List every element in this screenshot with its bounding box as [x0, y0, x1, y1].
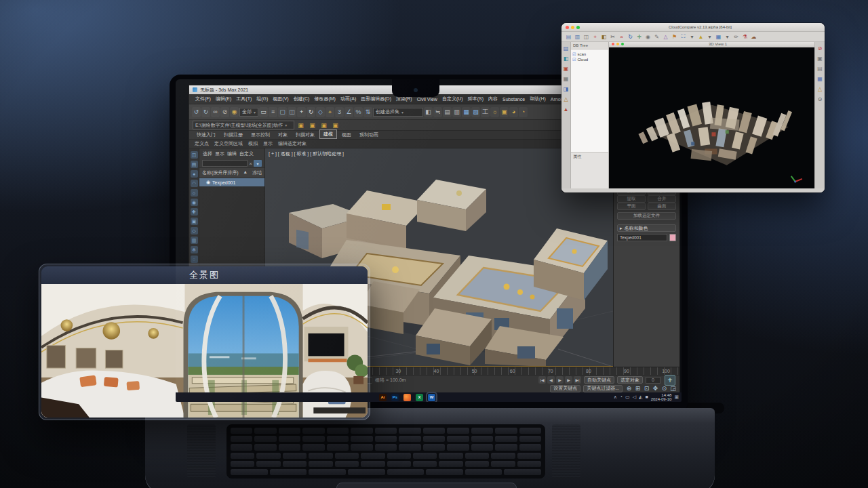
- explorer-hidden-icon[interactable]: ◌: [191, 256, 198, 263]
- search-options-dropdown[interactable]: ▾: [254, 160, 262, 167]
- views-icon[interactable]: ▤: [816, 65, 824, 73]
- merge-icon[interactable]: ◧: [600, 33, 608, 41]
- tray-folder-icon[interactable]: ▭: [625, 394, 630, 400]
- ribbon-tab[interactable]: 显示控制: [248, 131, 273, 139]
- select-by-name-icon[interactable]: ≡: [269, 107, 277, 117]
- raster-icon[interactable]: ▦: [715, 33, 722, 41]
- no-entry-icon[interactable]: ⊘: [816, 45, 824, 52]
- segment-icon[interactable]: ✎: [653, 33, 660, 41]
- minimize-button[interactable]: [571, 26, 574, 29]
- menu-item[interactable]: 帮助(H): [528, 96, 548, 102]
- command-button[interactable]: 合并: [648, 195, 676, 203]
- pencil-icon[interactable]: ✏: [732, 33, 740, 41]
- tray-chevron-icon[interactable]: ∧: [614, 394, 617, 400]
- timeline-tick[interactable]: 30: [395, 369, 401, 373]
- mesh-icon[interactable]: △: [562, 96, 570, 103]
- snapshot-icon[interactable]: ▦: [816, 75, 824, 83]
- timeline-tick[interactable]: 40: [434, 369, 439, 373]
- menu-item[interactable]: Substance: [500, 97, 527, 102]
- render-iterative-icon[interactable]: ◔: [519, 107, 528, 117]
- go-end-icon[interactable]: ▶|: [574, 376, 581, 384]
- current-frame-field[interactable]: 0: [646, 377, 660, 384]
- command-button[interactable]: 提取: [617, 195, 646, 203]
- ribbon-tool-button[interactable]: 定义空间区域: [214, 140, 243, 147]
- menu-item[interactable]: 自定义(U): [440, 96, 465, 102]
- select-object-icon[interactable]: ▭: [259, 107, 268, 117]
- normals-icon[interactable]: ▲: [562, 106, 570, 113]
- explorer-group-icon[interactable]: ▣: [191, 218, 198, 225]
- fit-icon[interactable]: △: [662, 33, 669, 41]
- tree-item[interactable]: ☑ Cloud: [572, 57, 607, 62]
- ribbon-tool-button[interactable]: 定义点: [195, 140, 209, 147]
- ribbon-toggle-icon[interactable]: ▥: [452, 107, 461, 117]
- scalar-icon[interactable]: ◨: [562, 85, 570, 93]
- db-tree-icon[interactable]: ▤: [562, 45, 570, 52]
- menu-item[interactable]: 图形编辑器(D): [359, 96, 393, 102]
- timeline-tick[interactable]: 60: [510, 369, 515, 373]
- render-frame-icon[interactable]: ▣: [500, 107, 509, 117]
- scan-tool-3-icon[interactable]: ▣: [319, 121, 328, 129]
- pivot-icon[interactable]: ⌖: [326, 107, 334, 117]
- explorer-header[interactable]: 名称(按升序排序) ▲ 冻结: [199, 167, 264, 178]
- ribbon-tab[interactable]: 扫描对象: [292, 131, 318, 139]
- rotate-icon[interactable]: ↻: [307, 107, 315, 117]
- rect-region-icon[interactable]: ▢: [278, 107, 287, 117]
- clone-icon[interactable]: ◫: [583, 33, 590, 41]
- clear-search-icon[interactable]: ×: [249, 161, 252, 167]
- explorer-tab[interactable]: 显示: [215, 150, 224, 157]
- spinner-snap-icon[interactable]: ⇅: [363, 107, 372, 117]
- open-icon[interactable]: ▤: [565, 33, 572, 41]
- prev-frame-icon[interactable]: ◀: [547, 376, 555, 384]
- taskbar-photoshop[interactable]: Ps: [391, 394, 399, 401]
- scan-tool-4-icon[interactable]: ▣: [331, 121, 340, 129]
- levels-icon[interactable]: ▲: [697, 33, 705, 41]
- viewport-label[interactable]: [ + ] [ 透视 ] [ 标准 ] [ 默认明暗处理 ]: [269, 150, 344, 157]
- close-button[interactable]: [612, 43, 614, 45]
- undo-icon[interactable]: ↺: [192, 107, 201, 117]
- layers-icon[interactable]: ▦: [562, 75, 570, 83]
- ribbon-tab[interactable]: 扫描注册: [220, 131, 246, 139]
- sample-icon[interactable]: ⚑: [671, 33, 678, 41]
- menu-item[interactable]: 动画(A): [338, 96, 358, 102]
- flask-icon[interactable]: ⚗: [741, 33, 749, 41]
- key-filters-button[interactable]: 关键点过滤器...: [583, 385, 623, 392]
- menu-item[interactable]: 脚本(S): [466, 96, 486, 102]
- explorer-list-icon[interactable]: ▤: [191, 161, 198, 168]
- timeline-tick[interactable]: 100: [662, 369, 670, 373]
- taskbar-word[interactable]: W: [428, 394, 435, 401]
- orbit-icon[interactable]: ⊙: [660, 385, 668, 392]
- pan-icon[interactable]: ✥: [652, 385, 659, 392]
- zoom-all-icon[interactable]: ⊞: [634, 385, 642, 392]
- point-cloud-canvas[interactable]: [609, 47, 814, 188]
- object-color-swatch[interactable]: [669, 234, 676, 241]
- maximize-viewport-icon[interactable]: ◲: [669, 385, 677, 392]
- explorer-search-input[interactable]: [202, 160, 248, 167]
- scissors-icon[interactable]: ✂: [609, 33, 616, 41]
- autokey-button[interactable]: 自动关键点: [584, 376, 614, 384]
- ortho-icon[interactable]: ▣: [816, 55, 824, 62]
- explorer-container-icon[interactable]: ▥: [191, 237, 198, 244]
- tray-network-icon[interactable]: ◭: [639, 394, 642, 400]
- rotate-icon[interactable]: ↻: [627, 33, 634, 41]
- menu-item[interactable]: 组(G): [254, 96, 270, 102]
- explorer-helper-icon[interactable]: ✚: [191, 208, 198, 216]
- explorer-item-row[interactable]: ◉ Texped001: [199, 178, 264, 186]
- tree-item[interactable]: ☑ scan: [572, 52, 607, 56]
- menu-item[interactable]: 创建(C): [292, 96, 312, 102]
- tray-input-icon[interactable]: ■: [645, 394, 648, 400]
- schematic-icon[interactable]: 工: [481, 107, 490, 117]
- timeline-tick[interactable]: 80: [586, 369, 591, 373]
- save-icon[interactable]: ▥: [574, 33, 581, 41]
- timeline-tick[interactable]: 90: [624, 369, 629, 373]
- explorer-tab[interactable]: 自定义: [239, 150, 254, 157]
- compass-icon[interactable]: ⊙: [816, 96, 824, 103]
- ribbon-tool-button[interactable]: 模拟: [248, 140, 258, 147]
- ribbon-tab[interactable]: 视图: [338, 131, 355, 139]
- explorer-camera-icon[interactable]: ◉: [191, 199, 198, 206]
- taskbar-excel[interactable]: X: [416, 394, 423, 401]
- 3d-view-titlebar[interactable]: 3D View 1: [609, 42, 814, 47]
- ribbon-tab[interactable]: 预制动画: [356, 131, 382, 139]
- menu-item[interactable]: 工具(T): [234, 96, 254, 102]
- visibility-eye-icon[interactable]: ◉: [206, 180, 210, 185]
- taskbar-clock[interactable]: 14:48 2024-09-10: [651, 393, 672, 401]
